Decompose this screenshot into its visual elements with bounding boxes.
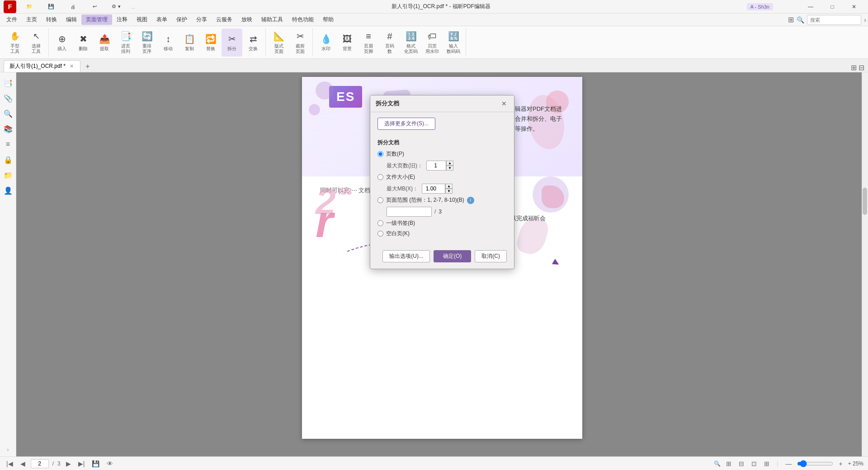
option-blank-radio[interactable] xyxy=(377,231,383,237)
tool-input[interactable]: 🔣 输入数码码 xyxy=(443,28,464,57)
menu-file[interactable]: 文件 xyxy=(2,14,22,25)
option-pagerange-label[interactable]: 页面范围 (范例：1, 2-7, 8-10)(B) xyxy=(386,196,464,204)
tool-copy[interactable]: 📋 复制 xyxy=(179,28,200,57)
toolbar-small-btn-3[interactable]: 🖨 xyxy=(62,0,83,13)
tool-replace[interactable]: 🔁 替换 xyxy=(200,28,221,57)
menu-view[interactable]: 视图 xyxy=(132,14,152,25)
minimize-button[interactable]: — xyxy=(800,0,821,13)
first-page-button[interactable]: |◀ xyxy=(5,459,15,468)
zoom-in-button[interactable]: + xyxy=(837,459,844,468)
menu-share[interactable]: 分享 xyxy=(192,14,212,25)
max-mb-down[interactable]: ▼ xyxy=(445,189,453,194)
tool-pageformat[interactable]: 🔢 格式化页码 xyxy=(401,28,421,57)
zoom-slider[interactable] xyxy=(797,460,833,467)
view-toggle-2[interactable]: ⊟ xyxy=(859,63,864,72)
max-pages-up[interactable]: ▲ xyxy=(446,161,453,166)
sidebar-btn-security[interactable]: 🔒 xyxy=(1,153,15,166)
max-pages-input[interactable] xyxy=(426,161,446,171)
cancel-button[interactable]: 取消(C) xyxy=(475,250,507,262)
sidebar-btn-search[interactable]: 🔍 xyxy=(1,107,15,120)
maximize-button[interactable]: □ xyxy=(822,0,843,13)
view-mode-2[interactable]: ⊟ xyxy=(737,459,746,468)
max-mb-input[interactable] xyxy=(422,184,445,194)
sidebar-btn-pages[interactable]: 📑 xyxy=(1,76,15,90)
tool-reorder[interactable]: 🔄 重排页序 xyxy=(137,28,157,57)
range-input[interactable] xyxy=(387,207,432,217)
info-icon[interactable]: i xyxy=(467,197,474,204)
tool-background[interactable]: 🖼 背景 xyxy=(337,28,358,57)
option-pages-label[interactable]: 页数(P) xyxy=(386,150,404,158)
toolbar-small-btn-4[interactable]: ↩ xyxy=(84,0,105,13)
tool-hand[interactable]: ✋ 手型工具 xyxy=(5,28,25,57)
zoom-out-button[interactable]: — xyxy=(783,459,793,468)
document-tab[interactable]: 新人引导(1)_OCR.pdf * ✕ xyxy=(4,60,80,72)
menu-help[interactable]: 帮助 xyxy=(318,14,338,25)
view-mode-1[interactable]: ⊞ xyxy=(724,459,733,468)
menu-pagemanage[interactable]: 页面管理 xyxy=(81,14,112,25)
option-pages-radio[interactable] xyxy=(377,151,383,157)
close-button[interactable]: ✕ xyxy=(844,0,864,13)
tab-close-button[interactable]: ✕ xyxy=(68,63,75,70)
tool-bates[interactable]: 🏷 贝茨用水印 xyxy=(422,28,443,57)
menu-cloud[interactable]: 云服务 xyxy=(212,14,237,25)
option-filesize-radio[interactable] xyxy=(377,174,383,180)
menu-protect[interactable]: 保护 xyxy=(172,14,192,25)
save-state-button[interactable]: 💾 xyxy=(90,459,101,468)
sidebar-btn-layers[interactable]: ≡ xyxy=(1,138,15,151)
sidebar-expand-btn[interactable]: › xyxy=(7,446,9,453)
expand-icon[interactable]: › xyxy=(864,16,866,24)
tool-pagelayout[interactable]: 📐 版式页面 xyxy=(269,28,289,57)
tool-delete[interactable]: ✖ 删除 xyxy=(73,28,94,57)
layout-icon-1[interactable]: ⊞ xyxy=(788,15,794,24)
toolbar-small-btn-1[interactable]: 📁 xyxy=(19,0,40,13)
tool-headerfooter[interactable]: ≡ 页眉页脚 xyxy=(358,28,379,57)
option-blank-label[interactable]: 空白页(K) xyxy=(386,230,410,237)
dialog-close-button[interactable]: ✕ xyxy=(500,99,509,108)
toolbar-small-btn-2[interactable]: 💾 xyxy=(41,0,61,13)
search-icon[interactable]: 🔍 xyxy=(797,16,804,24)
tool-insert[interactable]: ⊕ 插入 xyxy=(52,28,72,57)
ok-button[interactable]: 确定(O) xyxy=(434,250,471,262)
tab-add-button[interactable]: + xyxy=(82,61,93,72)
tool-forward[interactable]: 📑 进页排列 xyxy=(115,28,136,57)
menu-form[interactable]: 表单 xyxy=(152,14,172,25)
menu-home[interactable]: 主页 xyxy=(22,14,42,25)
menu-present[interactable]: 放映 xyxy=(237,14,257,25)
tool-split[interactable]: ✂ 拆分 xyxy=(222,28,242,57)
tool-select[interactable]: ↖ 选择工具 xyxy=(26,28,47,57)
tool-move[interactable]: ↕ 移动 xyxy=(158,28,179,57)
next-page-button[interactable]: ▶ xyxy=(64,459,73,468)
tool-extract[interactable]: 📤 提取 xyxy=(94,28,115,57)
tool-pagenum[interactable]: # 页码数 xyxy=(379,28,400,57)
sidebar-btn-attachments[interactable]: 📎 xyxy=(1,91,15,105)
option-bookmark-label[interactable]: 一级书签(B) xyxy=(386,219,415,227)
current-page-input[interactable] xyxy=(31,459,49,468)
max-mb-up[interactable]: ▲ xyxy=(445,184,453,189)
menu-assist[interactable]: 辅助工具 xyxy=(257,14,288,25)
view-icon-1[interactable]: 🔍 xyxy=(714,461,721,467)
scrollbar-vertical[interactable] xyxy=(862,72,868,456)
menu-annotation[interactable]: 注释 xyxy=(112,14,132,25)
menu-edit[interactable]: 编辑 xyxy=(61,14,81,25)
sidebar-btn-bookmarks[interactable]: 📚 xyxy=(1,122,15,136)
output-options-button[interactable]: 输出选项(U)... xyxy=(382,250,430,262)
tool-swap[interactable]: ⇄ 交换 xyxy=(243,28,264,57)
scrollbar-thumb[interactable] xyxy=(863,188,867,215)
last-page-button[interactable]: ▶| xyxy=(76,459,87,468)
toolbar-small-btn-5[interactable]: ⚙ ▾ xyxy=(106,0,127,13)
view-mode-4[interactable]: ⊞ xyxy=(762,459,771,468)
tool-watermark[interactable]: 💧 水印 xyxy=(316,28,336,57)
sidebar-btn-user[interactable]: 👤 xyxy=(1,184,15,197)
tool-crop[interactable]: ✂ 裁剪页面 xyxy=(290,28,311,57)
search-input[interactable] xyxy=(807,15,861,25)
prev-page-button[interactable]: ◀ xyxy=(19,459,27,468)
menu-special[interactable]: 特色功能 xyxy=(288,14,318,25)
sidebar-btn-portfolio[interactable]: 📁 xyxy=(1,168,15,182)
view-mode-3[interactable]: ⊡ xyxy=(750,459,759,468)
option-pagerange-radio[interactable] xyxy=(377,197,383,203)
view-toggle-1[interactable]: ⊞ xyxy=(851,63,857,72)
max-pages-down[interactable]: ▼ xyxy=(446,166,453,171)
select-files-button[interactable]: 选择更多文件(S)... xyxy=(377,118,435,130)
option-bookmark-radio[interactable] xyxy=(377,220,383,226)
menu-convert[interactable]: 转换 xyxy=(42,14,61,25)
